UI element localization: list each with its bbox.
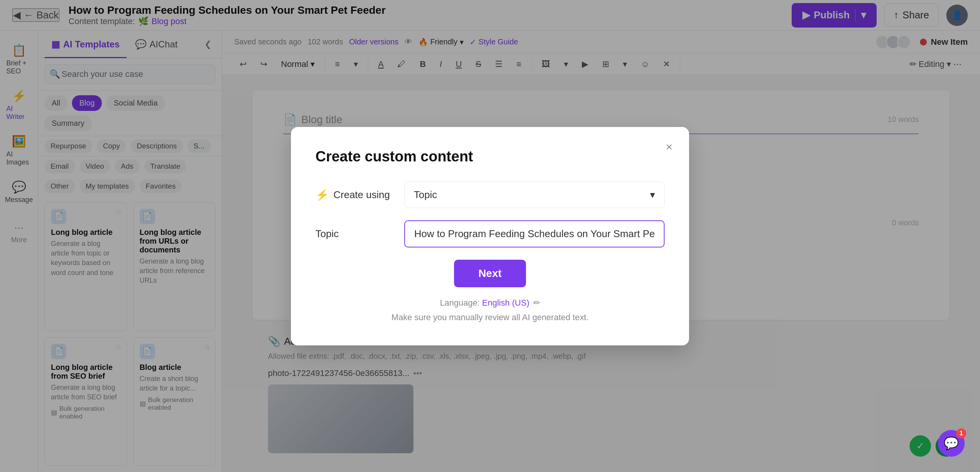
modal-create-using-value: Topic (414, 189, 437, 201)
lightning-icon: ⚡ (315, 189, 329, 201)
modal-topic-input[interactable] (404, 220, 665, 247)
modal-topic-row: Topic (315, 220, 665, 247)
chat-badge: 1 (956, 428, 966, 438)
modal-create-using-label: ⚡ Create using (315, 189, 392, 201)
modal-create-using-row: ⚡ Create using Topic ▾ (315, 182, 665, 208)
modal-disclaimer: Make sure you manually review all AI gen… (315, 312, 665, 322)
modal-language-value[interactable]: English (US) (482, 298, 529, 308)
modal-close-button[interactable]: × (660, 138, 678, 156)
modal-disclaimer-text: Make sure you manually review all AI gen… (392, 312, 589, 322)
modal-create-using-text: Create using (333, 189, 390, 201)
modal-topic-text: Topic (315, 228, 339, 240)
modal-language-edit-icon[interactable]: ✏ (533, 298, 540, 308)
modal-language-label: Language: (440, 298, 480, 308)
chat-bubble[interactable]: 💬 1 (938, 430, 965, 457)
modal-footer: Language: English (US) ✏ (315, 298, 665, 308)
modal-title: Create custom content (315, 148, 665, 165)
modal-next-button[interactable]: Next (454, 260, 526, 287)
modal-topic-label: Topic (315, 228, 392, 240)
select-chevron-icon: ▾ (650, 189, 655, 201)
create-custom-content-modal: × Create custom content ⚡ Create using T… (291, 127, 689, 345)
modal-create-using-select[interactable]: Topic ▾ (404, 182, 665, 208)
modal-overlay[interactable]: × Create custom content ⚡ Create using T… (0, 0, 980, 472)
chat-bubble-icon: 💬 (944, 436, 959, 451)
